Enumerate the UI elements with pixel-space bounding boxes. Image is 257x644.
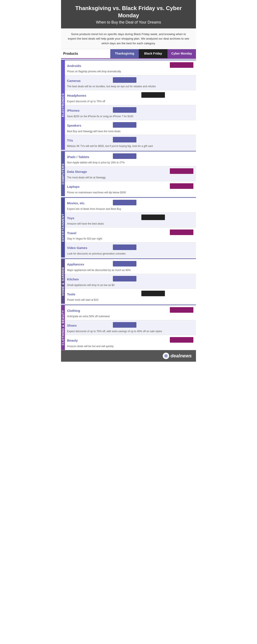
product-description: The most deals will be at Newegg [65, 176, 196, 181]
thanksgiving-bar-cell [110, 260, 139, 268]
product-name: Movies, etc. [65, 200, 110, 205]
thanksgiving-bar-cell [110, 231, 139, 234]
cybermonday-bar [170, 230, 193, 235]
section-rows-electronics: AndroidsPrices on flagship phones will d… [65, 60, 196, 150]
section-entertainment: EntertainmentMovies, etc.Expect lots of … [61, 197, 196, 258]
section-homegarden: Home & GardenAppliancesMajor appliances … [61, 258, 196, 304]
thanksgiving-bar [113, 276, 136, 282]
product-name: Data Storage [65, 168, 110, 174]
product-description: Expect discounts of up to 70% off, with … [65, 330, 196, 335]
product-row: TVsMidsize 4K TVs will sell for $500, bu… [65, 135, 196, 150]
section-rows-clothingbeauty: ClothingAnticipate an extra 50% off oute… [65, 305, 196, 350]
cybermonday-bar [170, 62, 193, 68]
cybermonday-bar-cell [167, 138, 196, 141]
product-row-top: Cameras [65, 75, 196, 85]
thanksgiving-bar-cell [110, 106, 139, 114]
product-name: Laptops [65, 183, 110, 189]
cybermonday-bar-cell [167, 278, 196, 280]
product-row: KitchenSmall appliances will drop to as … [65, 274, 196, 289]
product-row-top: TVs [65, 135, 196, 144]
product-description: Major appliances will be discounted by a… [65, 268, 196, 274]
col-products-header: Products [61, 49, 110, 59]
column-header-row: Products Thanksgiving Black Friday Cyber… [61, 49, 196, 59]
cybermonday-bar-cell [167, 155, 196, 158]
blackfriday-bar-cell [139, 124, 167, 126]
product-description: Prices on flagship phones will drop dram… [65, 70, 196, 75]
cybermonday-bar-cell [167, 124, 196, 126]
thanksgiving-bar-cell [110, 321, 139, 329]
product-name: Headphones [65, 92, 110, 98]
product-name: Travel [65, 230, 110, 235]
thanksgiving-bar-cell [110, 76, 139, 84]
cybermonday-bar-cell [167, 79, 196, 81]
product-row-top: iPads / Tablets [65, 152, 196, 161]
thanksgiving-bar [113, 107, 136, 113]
cybermonday-bar-cell [167, 167, 196, 175]
section-label-homegarden: Home & Garden [61, 259, 65, 304]
cybermonday-bar-cell [167, 262, 196, 265]
cybermonday-bar-cell [167, 182, 196, 190]
product-row-top: Headphones [65, 90, 196, 100]
thanksgiving-bar [113, 200, 136, 205]
product-description: Save $200 on the iPhone 6s or snag an iP… [65, 115, 196, 120]
thanksgiving-bar [113, 153, 136, 159]
cybermonday-bar [170, 307, 193, 313]
section-rows-entertainment: Movies, etc.Expect lots of deals from Am… [65, 198, 196, 258]
product-description: Look for discounts on previous generatio… [65, 252, 196, 257]
thanksgiving-bar-cell [110, 292, 139, 295]
product-row: iPhonesSave $200 on the iPhone 6s or sna… [65, 105, 196, 120]
product-description: Small appliances will drop to as low as … [65, 284, 196, 289]
product-row-top: Beauty [65, 335, 196, 344]
blackfriday-bar-cell [139, 91, 167, 99]
cybermonday-bar [170, 168, 193, 174]
thanksgiving-bar-cell [110, 185, 139, 187]
blackfriday-bar-cell [139, 109, 167, 111]
cybermonday-bar-cell [167, 292, 196, 295]
section-label-computers: Computers [61, 152, 65, 196]
product-name: Toys [65, 214, 110, 220]
cybermonday-bar-cell [167, 228, 196, 236]
thanksgiving-bar-cell [110, 338, 139, 341]
thanksgiving-bar [113, 122, 136, 128]
product-row: HeadphonesExpect discounts of up to 75% … [65, 90, 196, 105]
thanksgiving-bar-cell [110, 64, 139, 66]
blackfriday-bar-cell [139, 262, 167, 265]
blackfriday-bar [141, 291, 165, 296]
intro: Some products trend hot on specific days… [61, 28, 196, 50]
product-row: AppliancesMajor appliances will be disco… [65, 259, 196, 274]
header-subtitle: When to Buy the Deal of Your Dreams [65, 20, 192, 24]
section-rows-homegarden: AppliancesMajor appliances will be disco… [65, 259, 196, 304]
col-thanksgiving-header: Thanksgiving [110, 49, 139, 59]
col-blackfriday-header: Black Friday [139, 49, 167, 59]
product-row-top: Movies, etc. [65, 198, 196, 207]
product-row: TravelStay in Vegas for $10 per night [65, 228, 196, 242]
table-container: Products Thanksgiving Black Friday Cyber… [61, 49, 196, 350]
product-row: iPads / TabletsNon-Apple tablets will dr… [65, 152, 196, 166]
thanksgiving-bar [113, 77, 136, 83]
product-row-top: Laptops [65, 181, 196, 191]
blackfriday-bar-cell [139, 185, 167, 187]
product-row-top: Toys [65, 212, 196, 222]
blackfriday-bar-cell [139, 278, 167, 280]
footer-logo: dealnews [163, 353, 192, 359]
product-description: Best Buy and Newegg will have the most d… [65, 130, 196, 135]
product-row-top: Travel [65, 228, 196, 237]
blackfriday-bar-cell [139, 155, 167, 158]
product-row-top: Androids [65, 60, 196, 70]
blackfriday-bar-cell [139, 338, 167, 341]
product-description: Anticipate an extra 50% off outerwear [65, 314, 196, 320]
product-row-top: iPhones [65, 105, 196, 115]
product-name: Androids [65, 62, 110, 68]
thanksgiving-bar-cell [110, 152, 139, 160]
blackfriday-bar-cell [139, 290, 167, 298]
thanksgiving-bar [113, 244, 136, 250]
blackfriday-bar-cell [139, 309, 167, 311]
cybermonday-bar-cell [167, 306, 196, 314]
blackfriday-bar-cell [139, 79, 167, 81]
product-name: Appliances [65, 261, 110, 266]
product-row: ShoesExpect discounts of up to 70% off, … [65, 320, 196, 335]
product-row-top: Clothing [65, 305, 196, 314]
product-row: Video GamesLook for discounts on previou… [65, 242, 196, 258]
product-description: Amazon deals will be hot and sell quickl… [65, 344, 196, 350]
blackfriday-bar [141, 214, 165, 220]
